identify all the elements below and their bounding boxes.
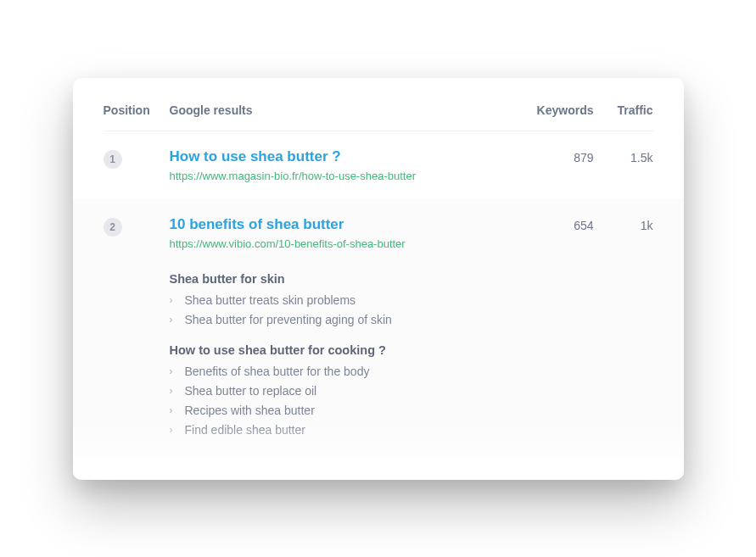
header-results: Google results [170,103,518,117]
table-row: 1 How to use shea butter ? https://www.m… [104,131,653,199]
section-item-label: Shea butter for preventing aging of skin [185,313,392,326]
section-item[interactable]: › Shea butter treats skin problems [170,293,518,307]
section-item-label: Benefits of shea butter for the body [185,365,370,378]
table-row: 2 10 benefits of shea butter https://www… [73,199,684,460]
result-url[interactable]: https://www.magasin-bio.fr/how-to-use-sh… [170,170,518,182]
section-item-label: Find edible shea butter [185,423,305,437]
traffic-value: 1.5k [594,148,653,182]
section-item-label: Shea butter treats skin problems [185,293,356,307]
position-badge: 2 [104,218,122,237]
keywords-value: 654 [518,216,594,443]
result-section: How to use shea butter for cooking ? › B… [170,343,518,437]
chevron-right-icon: › [170,424,178,436]
keywords-value: 879 [518,148,594,182]
section-item[interactable]: › Find edible shea butter [170,423,518,437]
section-item[interactable]: › Recipes with shea butter [170,404,518,417]
section-item[interactable]: › Shea butter for preventing aging of sk… [170,313,518,326]
result-title[interactable]: How to use shea butter ? [170,148,518,165]
section-item-label: Recipes with shea butter [185,404,315,417]
section-title: How to use shea butter for cooking ? [170,343,518,357]
position-badge: 1 [104,150,122,169]
section-item[interactable]: › Benefits of shea butter for the body [170,365,518,378]
header-traffic: Traffic [594,103,653,117]
section-item[interactable]: › Shea butter to replace oil [170,384,518,398]
result-url[interactable]: https://www.vibio.com/10-benefits-of-she… [170,237,518,250]
chevron-right-icon: › [170,385,178,397]
header-keywords: Keywords [518,103,594,117]
result-title[interactable]: 10 benefits of shea butter [170,216,518,233]
result-sections: Shea butter for skin › Shea butter treat… [170,272,518,437]
results-card: Position Google results Keywords Traffic… [73,78,684,480]
section-item-label: Shea butter to replace oil [185,384,317,398]
chevron-right-icon: › [170,365,178,377]
chevron-right-icon: › [170,314,178,326]
table-header: Position Google results Keywords Traffic [104,103,653,131]
chevron-right-icon: › [170,294,178,306]
chevron-right-icon: › [170,404,178,416]
section-title: Shea butter for skin [170,272,518,286]
header-position: Position [104,103,170,117]
result-section: Shea butter for skin › Shea butter treat… [170,272,518,326]
traffic-value: 1k [594,216,653,443]
